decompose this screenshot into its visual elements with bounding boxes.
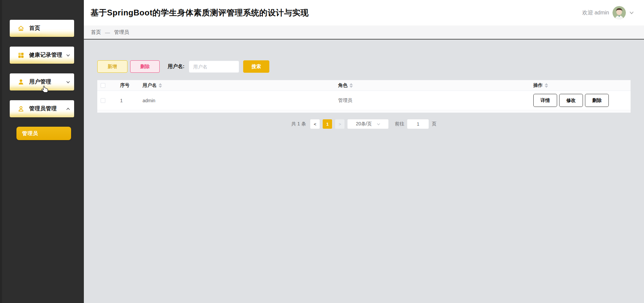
chevron-down-icon: [377, 122, 380, 126]
sidebar-item-label: 管理员管理: [29, 105, 66, 112]
header-index: 序号: [117, 82, 139, 88]
table-footer-strip: [97, 110, 631, 113]
avatar[interactable]: [612, 6, 626, 19]
username-filter-label: 用户名:: [168, 63, 184, 70]
sidebar-subitem-admin[interactable]: 管理员: [16, 127, 71, 140]
page-size-select[interactable]: 20条/页: [347, 119, 388, 129]
delete-button[interactable]: 删除: [130, 60, 160, 73]
sort-icon[interactable]: [545, 83, 548, 88]
sidebar-item-label: 健康记录管理: [29, 52, 66, 59]
sidebar-item-admins[interactable]: 管理员管理: [10, 100, 74, 117]
sidebar-item-label: 用户管理: [29, 78, 66, 85]
header-username[interactable]: 用户名: [139, 82, 335, 88]
grid-icon: [18, 52, 24, 58]
user-menu[interactable]: 欢迎 admin: [582, 6, 634, 19]
edit-button[interactable]: 修改: [559, 94, 583, 107]
cell-actions: 详情 修改 删除: [530, 94, 631, 107]
chevron-down-icon: [66, 53, 70, 57]
admin-table: 序号 用户名 角色 操作 1 admin 管理员: [97, 80, 631, 113]
home-icon: [18, 25, 24, 32]
search-button[interactable]: 搜索: [243, 60, 269, 73]
pagination: 共 1 条 < 1 > 20条/页 前往 页: [97, 119, 631, 129]
breadcrumb-separator: —: [105, 29, 110, 35]
breadcrumb-current: 管理员: [114, 29, 129, 36]
welcome-text: 欢迎 admin: [582, 9, 609, 16]
sort-icon[interactable]: [350, 83, 353, 88]
chevron-up-icon: [66, 107, 70, 111]
chevron-down-icon: [66, 80, 70, 84]
page-unit-label: 页: [432, 121, 436, 127]
header-role[interactable]: 角色: [335, 82, 530, 88]
user-outline-icon: [18, 106, 24, 112]
main-area: 基于SpringBoot的学生身体素质测评管理系统的设计与实现 欢迎 admin…: [84, 0, 644, 303]
avatar-image: [612, 6, 626, 19]
page-size-value: 20条/页: [356, 121, 372, 127]
sidebar-item-home[interactable]: 首页: [10, 20, 74, 37]
content-area: 新增 删除 用户名: 搜索 序号 用户名 角色: [84, 40, 644, 129]
row-delete-button[interactable]: 删除: [585, 94, 609, 107]
top-header: 基于SpringBoot的学生身体素质测评管理系统的设计与实现 欢迎 admin: [84, 0, 644, 25]
chevron-down-icon[interactable]: [629, 10, 634, 15]
current-page-button[interactable]: 1: [323, 119, 332, 129]
add-button[interactable]: 新增: [97, 60, 127, 73]
sidebar-item-users[interactable]: 用户管理: [10, 73, 74, 90]
toolbar: 新增 删除 用户名: 搜索: [97, 60, 644, 73]
sidebar-item-health-records[interactable]: 健康记录管理: [10, 47, 74, 64]
goto-page-input[interactable]: [407, 119, 429, 129]
breadcrumb-home[interactable]: 首页: [91, 29, 101, 36]
breadcrumb: 首页 — 管理员: [84, 25, 644, 40]
cell-username: admin: [139, 98, 335, 103]
page-title: 基于SpringBoot的学生身体素质测评管理系统的设计与实现: [91, 7, 309, 18]
cell-role: 管理员: [335, 98, 530, 104]
goto-label: 前往: [395, 121, 404, 127]
header-actions[interactable]: 操作: [530, 82, 631, 88]
table-row: 1 admin 管理员 详情 修改 删除: [97, 91, 631, 110]
sidebar-subitem-label: 管理员: [22, 130, 38, 137]
prev-page-button[interactable]: <: [310, 119, 320, 129]
row-checkbox[interactable]: [101, 98, 105, 103]
sidebar: 首页 健康记录管理 用户管理 管理员管理: [0, 0, 84, 303]
sidebar-item-label: 首页: [29, 25, 70, 32]
user-solid-icon: [18, 79, 24, 85]
detail-button[interactable]: 详情: [533, 94, 557, 107]
table-header-row: 序号 用户名 角色 操作: [97, 80, 631, 91]
cell-index: 1: [117, 98, 139, 103]
next-page-button[interactable]: >: [335, 119, 344, 129]
sort-icon[interactable]: [159, 83, 162, 88]
total-count: 共 1 条: [291, 121, 306, 127]
username-search-input[interactable]: [189, 61, 239, 73]
select-all-checkbox[interactable]: [101, 83, 105, 88]
